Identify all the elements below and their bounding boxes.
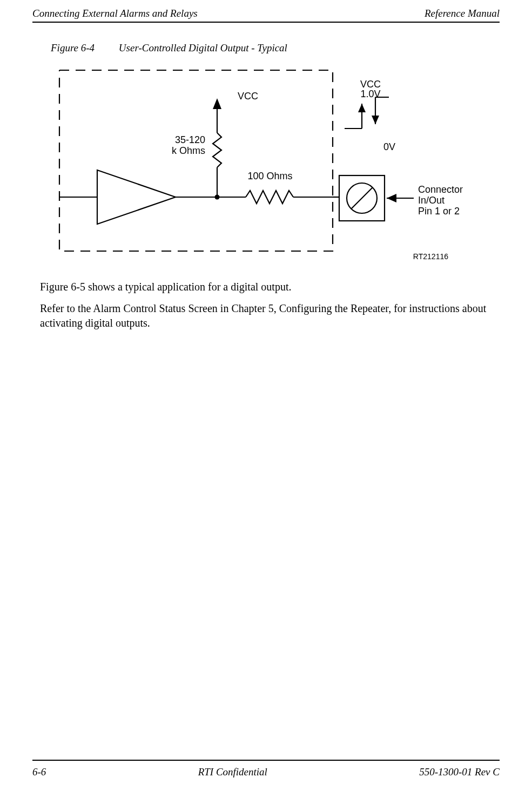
circuit-diagram: VCC 35-120 k Ohms 100 Ohms Connector In/… [32,65,500,270]
figure-caption: Figure 6-4 User-Controlled Digital Outpu… [51,42,287,54]
figure-label: Figure 6-4 [51,42,95,53]
page: Connecting External Alarms and Relays Re… [0,0,532,791]
pulse-0v: 0V [383,141,395,152]
footer-center: RTI Confidential [198,766,267,778]
buffer-triangle-icon [97,170,176,224]
header-rule [32,22,500,23]
paragraph-2: Refer to the Alarm Control Status Screen… [40,301,500,330]
pullup-resistor-icon [213,133,221,167]
pulse-vcc-line2: 1.0V [360,89,380,99]
footer-left: 6-6 [32,766,46,778]
paragraph-1: Figure 6-5 shows a typical application f… [40,280,500,294]
figure-area: VCC 35-120 k Ohms 100 Ohms Connector In/… [32,65,500,270]
drawing-id: RT212116 [413,252,448,261]
running-footer: 6-6 RTI Confidential 550-1300-01 Rev C [32,766,500,778]
figure-title: User-Controlled Digital Output - Typical [119,42,287,53]
footer-rule [32,760,500,761]
pulse-up-arrow-head-icon [358,104,366,112]
pullup-value-line2: k Ohms [172,145,205,156]
running-header: Connecting External Alarms and Relays Re… [32,8,500,19]
footer-right: 550-1300-01 Rev C [419,766,500,778]
vcc-label: VCC [238,91,258,102]
series-value: 100 Ohms [247,171,292,181]
connector-label-3: Pin 1 or 2 [418,206,460,217]
connector-arrow-head-icon [387,194,396,202]
pulse-step-icon [345,97,389,129]
series-resistor-icon [246,191,293,204]
header-right: Reference Manual [425,8,500,19]
header-left: Connecting External Alarms and Relays [32,8,198,19]
pulse-down-arrow-head-icon [372,116,379,124]
connector-label-2: In/Out [418,195,445,206]
pulse-vcc-line1: VCC [360,79,381,90]
pullup-value-line1: 35-120 [175,134,205,145]
vcc-arrow-icon [213,98,221,109]
dashed-box [59,70,333,251]
connector-label-1: Connector [418,184,463,195]
